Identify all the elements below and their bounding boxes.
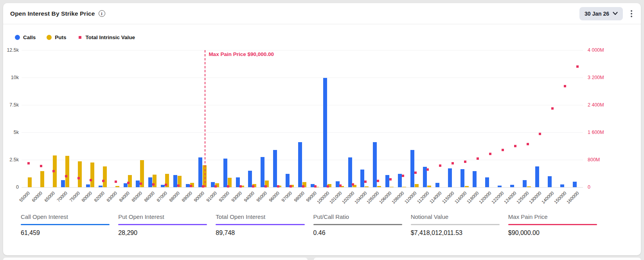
- call-bar: [223, 159, 227, 187]
- stat-call-open-interest: Call Open Interest61,459: [21, 213, 110, 237]
- expiry-dropdown[interactable]: 30 Jan 26: [579, 7, 623, 20]
- intrinsic-value-dot: [102, 180, 104, 182]
- call-bar: [448, 168, 452, 187]
- stat-max-pain-price: Max Pain Price$90,000.00: [508, 213, 597, 237]
- stat-underline: [508, 224, 597, 225]
- intrinsic-value-dot: [314, 185, 317, 188]
- kebab-menu-button[interactable]: [628, 8, 635, 20]
- intrinsic-value-dot: [377, 180, 379, 182]
- put-bar: [65, 156, 69, 187]
- stat-put-call-ratio: Put/Call Ratio0.46: [313, 213, 402, 237]
- call-bar: [423, 167, 427, 187]
- intrinsic-value-dot: [214, 185, 217, 188]
- max-pain-label: Max Pain Price $90,000.00: [209, 51, 274, 57]
- legend-item-calls[interactable]: Calls: [15, 34, 36, 40]
- y-axis-label-left: 5k: [3, 130, 19, 135]
- intrinsic-value-dot: [277, 185, 279, 188]
- intrinsic-value-dot: [452, 162, 454, 164]
- call-bar: [286, 174, 290, 187]
- circle-marker-icon: [15, 35, 20, 40]
- call-bar: [148, 177, 152, 187]
- stat-value: 89,748: [216, 229, 304, 237]
- intrinsic-value-dot: [202, 185, 204, 188]
- intrinsic-value-dot: [115, 181, 117, 183]
- chevron-down-icon: [613, 12, 618, 15]
- call-bar: [348, 157, 352, 187]
- call-bar: [485, 177, 489, 187]
- intrinsic-value-dot: [564, 85, 566, 87]
- y-axis-label-left: 10k: [3, 75, 19, 80]
- stat-notional-value: Notional Value$7,418,012,011.53: [411, 213, 500, 237]
- gridline: [22, 105, 583, 105]
- intrinsic-value-dot: [389, 178, 392, 181]
- intrinsic-value-dot: [339, 184, 342, 187]
- call-bar: [385, 175, 389, 187]
- gridline: [22, 78, 583, 78]
- call-bar: [398, 174, 402, 187]
- intrinsic-value-dot: [239, 185, 242, 188]
- intrinsic-value-dot: [127, 182, 130, 184]
- call-bar: [410, 150, 414, 187]
- put-bar: [40, 171, 44, 187]
- y-axis-label-right: 3 200M: [588, 75, 604, 80]
- put-bar: [28, 177, 32, 187]
- intrinsic-value-dot: [27, 162, 30, 164]
- call-bar: [273, 150, 277, 187]
- stat-label: Put/Call Ratio: [313, 213, 402, 220]
- y-axis-label-left: 12.5k: [3, 47, 19, 53]
- y-axis-label-right: 2 400M: [588, 102, 604, 108]
- put-bar: [415, 184, 419, 187]
- intrinsic-value-dot: [65, 175, 67, 177]
- intrinsic-value-dot: [52, 170, 55, 172]
- call-bar: [173, 175, 177, 187]
- intrinsic-value-dot: [252, 185, 254, 188]
- intrinsic-value-dot: [227, 185, 229, 188]
- intrinsic-value-dot: [77, 177, 80, 179]
- legend-label: Total Intrinsic Value: [86, 34, 135, 40]
- legend-label: Calls: [23, 34, 36, 40]
- stats-row: Call Open Interest61,459Put Open Interes…: [21, 213, 597, 237]
- intrinsic-value-dot: [514, 145, 516, 147]
- call-bar: [435, 183, 439, 187]
- put-bar: [128, 175, 132, 187]
- call-bar: [473, 171, 477, 187]
- put-bar: [78, 161, 82, 187]
- legend-item-total-intrinsic-value[interactable]: Total Intrinsic Value: [77, 34, 135, 40]
- call-bar: [461, 169, 464, 187]
- call-bar: [124, 183, 128, 187]
- stat-value: 28,290: [118, 229, 207, 237]
- stat-label: Put Open Interest: [118, 213, 207, 220]
- square-marker-icon: [79, 36, 81, 39]
- call-bar: [61, 180, 65, 187]
- legend-label: Puts: [55, 34, 66, 40]
- plot-area[interactable]: 5500060000650007000075000800008200083000…: [22, 50, 583, 187]
- call-bar: [548, 176, 552, 187]
- open-interest-card: Open Interest By Strike Price i 30 Jan 2…: [3, 3, 641, 255]
- call-bar: [523, 180, 527, 187]
- put-bar: [365, 186, 369, 187]
- gridline: [22, 50, 583, 51]
- info-icon[interactable]: i: [99, 10, 105, 17]
- intrinsic-value-dot: [177, 184, 180, 187]
- max-pain-line: [205, 50, 205, 187]
- intrinsic-value-dot: [290, 185, 292, 188]
- call-bar: [99, 186, 103, 187]
- intrinsic-value-dot: [477, 157, 479, 160]
- call-bar: [535, 166, 539, 187]
- intrinsic-value-dot: [165, 184, 167, 186]
- call-bar: [136, 181, 140, 187]
- intrinsic-value-dot: [402, 175, 404, 177]
- stat-put-open-interest: Put Open Interest28,290: [118, 213, 207, 237]
- intrinsic-value-dot: [327, 185, 329, 188]
- y-axis-label-right: 0: [588, 184, 590, 190]
- call-bar: [323, 78, 327, 187]
- next-card-stub-left: [3, 258, 308, 260]
- call-bar: [211, 182, 215, 187]
- put-bar: [377, 186, 381, 187]
- chart-legend: CallsPutsTotal Intrinsic Value: [15, 34, 135, 40]
- call-bar: [573, 182, 577, 187]
- stat-underline: [216, 224, 304, 225]
- stat-underline: [313, 224, 402, 225]
- call-bar: [261, 157, 264, 187]
- legend-item-puts[interactable]: Puts: [47, 34, 66, 40]
